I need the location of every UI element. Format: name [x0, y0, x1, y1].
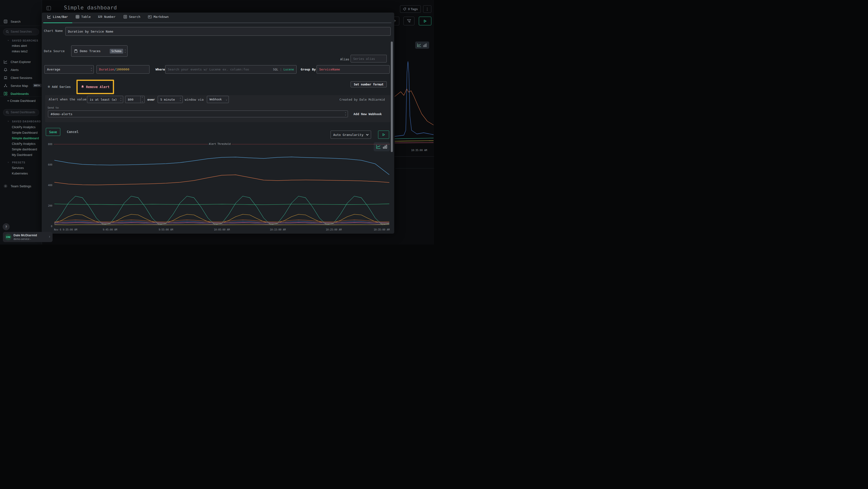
cancel-button[interactable]: Cancel — [67, 130, 79, 134]
background-mini-chart — [395, 51, 434, 148]
screen: HyperDX Simple dashboard 0 Tags ⋮ ⟳ 10:3… — [0, 0, 434, 244]
group-by-input[interactable]: ServiceName — [317, 65, 390, 74]
sidebar-item-team-settings[interactable]: Team Settings — [0, 184, 42, 189]
alert-channel-select[interactable]: Webhook ⌄ — [207, 96, 229, 103]
bar-chart-icon — [423, 44, 427, 47]
alert-condition-select[interactable]: is at least (≥) ⌃⌄ — [87, 96, 123, 103]
chevron-down-icon: ⌄ — [7, 119, 9, 122]
chart-name-label: Chart Name — [44, 29, 63, 33]
dashboard-menu-button[interactable]: ⋮ — [423, 5, 431, 13]
tab-number[interactable]: 123 Number — [98, 15, 116, 19]
group-by-value: ServiceName — [317, 67, 340, 71]
saved-dashboards-input[interactable]: Saved Dashboards — [3, 109, 39, 116]
search-tab-icon — [123, 15, 127, 19]
x-tick: 10:15:00 AM — [270, 228, 286, 231]
select-chevrons-icon: ⌃⌄ — [125, 50, 126, 52]
saved-search-item[interactable]: mikes alert — [12, 44, 27, 48]
chevron-down-icon — [366, 134, 369, 136]
data-source-label: Data Source — [44, 49, 65, 53]
alert-window-select[interactable]: 5 minute ⌃⌄ — [158, 96, 183, 103]
plus-circle-icon: ⊕ — [48, 84, 50, 89]
chevron-down-icon: ⌄ — [7, 160, 9, 163]
sql-mode-button[interactable]: SQL — [273, 68, 278, 71]
tab-search[interactable]: Search — [123, 15, 140, 19]
y-tick: 600 — [44, 164, 52, 166]
sidebar-item-alerts[interactable]: Alerts — [0, 67, 42, 73]
sidebar-item-dashboards[interactable]: Dashboards — [0, 91, 42, 96]
alert-threshold-input[interactable]: 800 ⌃⌄ — [125, 96, 145, 103]
data-source-select[interactable]: Demo Traces Schema ⌃⌄ — [71, 46, 128, 57]
tags-button[interactable]: 0 Tags — [400, 5, 421, 13]
dashboards-icon — [4, 92, 7, 95]
dashboard-item[interactable]: My Dashboard — [12, 153, 32, 156]
line-bar-tab-icon — [47, 15, 51, 19]
markdown-tab-icon: M↓ — [148, 16, 152, 18]
number-stepper[interactable]: ⌃⌄ — [140, 96, 143, 103]
search-icon — [6, 111, 9, 114]
lucene-mode-button[interactable]: Lucene — [283, 68, 294, 71]
presets-header[interactable]: PRESETS — [12, 161, 25, 164]
select-chevrons-icon: ⌃⌄ — [345, 113, 346, 115]
dashboard-item-active[interactable]: Simple dashboard — [12, 136, 39, 140]
run-chart-button[interactable] — [378, 131, 389, 139]
saved-searches-header[interactable]: SAVED SEARCHES — [12, 39, 38, 42]
number-tab-icon: 123 — [98, 16, 102, 18]
where-search-input[interactable]: Search your events w/ Lucene ex. column:… — [165, 65, 297, 74]
search-icon — [6, 30, 9, 33]
chart-name-input[interactable]: Duration by Service Name — [65, 27, 391, 36]
background-chart-timestamp: 10:35:00 AM — [411, 149, 427, 151]
sidebar: Search Saved Searches SAVED SEARCHES ⌄ m… — [0, 0, 42, 244]
remove-alert-button[interactable]: Remove Alert — [78, 81, 113, 93]
expression-value-token: 1000000 — [116, 67, 129, 71]
tab-line-bar[interactable]: Line/Bar — [47, 15, 68, 19]
panel-collapse-icon — [46, 6, 51, 10]
dashboard-item[interactable]: ClickPy Analytics — [12, 142, 35, 146]
granularity-select[interactable]: Auto Granularity — [331, 131, 371, 139]
expression-input[interactable]: Duration/1000000 — [96, 65, 150, 74]
sidebar-item-service-map[interactable]: Service Map BETA — [0, 83, 42, 89]
sidebar-item-client-sessions[interactable]: Client Sessions — [0, 75, 42, 81]
avatar: DM — [5, 234, 11, 240]
alert-bell-icon — [81, 85, 84, 89]
sidebar-item-search[interactable]: Search — [0, 19, 42, 24]
beta-badge: BETA — [33, 84, 41, 87]
aggregation-select[interactable]: Average ⌃⌄ — [44, 65, 94, 74]
send-to-select[interactable]: #demo-alerts ⌃⌄ — [48, 111, 348, 117]
data-source-value: Demo Traces — [80, 49, 100, 53]
x-tick: 10:35:00 AM — [374, 228, 390, 231]
preset-item[interactable]: Kubernetes — [12, 172, 28, 175]
saved-dashboards-header[interactable]: SAVED DASHBOARDS — [12, 120, 41, 123]
set-number-format-button[interactable]: Set number format — [350, 81, 387, 87]
saved-search-item[interactable]: mikes tets2 — [12, 50, 28, 53]
user-menu[interactable]: DM Dale McDiarmid demo-service - › — [3, 232, 53, 242]
chevron-right-icon: › — [49, 234, 50, 239]
duration-line-chart — [54, 140, 390, 227]
lang-separator: | — [280, 68, 282, 71]
tab-markdown[interactable]: M↓ Markdown — [148, 15, 169, 19]
preset-item[interactable]: Services — [12, 166, 24, 170]
schema-badge: Schema — [110, 49, 123, 54]
user-subtitle: demo-service - — [13, 237, 31, 240]
dashboard-item[interactable]: Simple dashboard — [12, 147, 37, 151]
sidebar-item-chart-explorer[interactable]: Chart Explorer — [0, 59, 42, 65]
add-series-button[interactable]: ⊕ Add Series — [48, 84, 71, 89]
alert-prefix-label: Alert when the value — [49, 97, 87, 101]
dashboard-item[interactable]: ClickPy Analytics — [12, 125, 35, 129]
create-dashboard-button[interactable]: + Create Dashboard — [7, 99, 35, 103]
line-chart-icon — [417, 43, 421, 47]
background-tile-chart-toggle — [415, 41, 429, 49]
filter-icon — [407, 19, 411, 23]
add-new-webhook-button[interactable]: Add New Webhook — [353, 112, 382, 116]
edit-chart-modal: Line/Bar Table 123 Number Search M↓ Mark… — [42, 12, 394, 234]
dashboard-item[interactable]: Simple Dashboard — [12, 131, 38, 135]
sidebar-collapse-button[interactable] — [46, 6, 51, 10]
x-tick: 9:45:00 AM — [103, 228, 117, 231]
help-button[interactable]: ? — [3, 223, 10, 230]
save-button[interactable]: Save — [46, 128, 60, 136]
filter-button[interactable] — [403, 17, 414, 25]
run-query-button[interactable] — [419, 17, 431, 25]
alias-input[interactable]: Series alias — [350, 55, 387, 62]
modal-scrollbar[interactable] — [391, 41, 393, 152]
saved-searches-input[interactable]: Saved Searches — [3, 28, 39, 35]
tab-table[interactable]: Table — [76, 15, 91, 19]
